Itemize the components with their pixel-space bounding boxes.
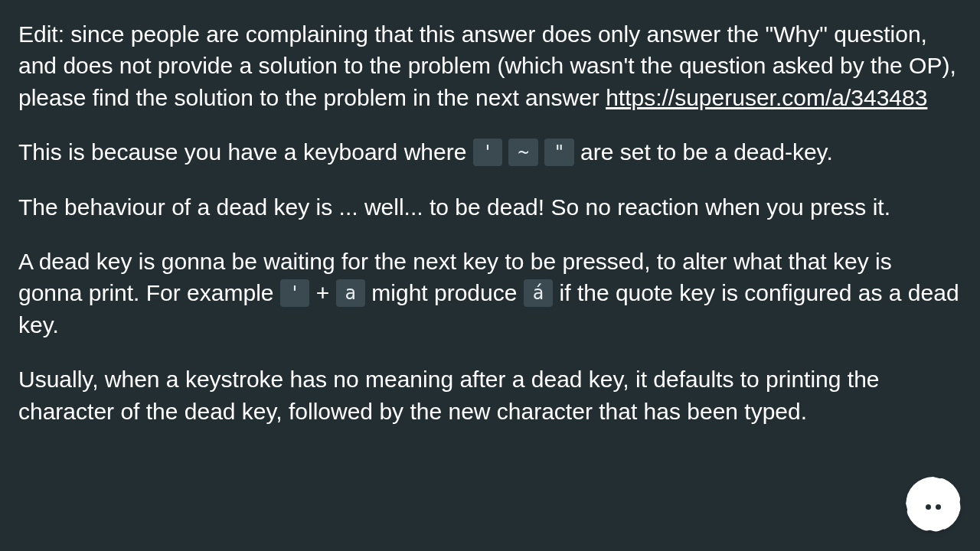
dead-key-behaviour-paragraph: The behaviour of a dead key is ... well.… [18,191,962,223]
kbd-tilde: ~ [508,139,537,166]
kbd-apostrophe: ' [473,139,502,166]
kbd-apostrophe: ' [280,279,309,307]
solution-link[interactable]: https://superuser.com/a/343483 [606,85,927,110]
plus-separator: + [316,280,336,305]
kbd-a-acute: á [524,279,553,307]
kbd-a: a [336,279,365,307]
edit-note-paragraph: Edit: since people are complaining that … [18,18,962,113]
dead-key-default-paragraph: Usually, when a keystroke has no meaning… [18,364,962,427]
answer-body: Edit: since people are complaining that … [0,0,980,427]
chat-widget-button[interactable] [910,481,957,528]
chat-widget-face-icon [926,504,941,510]
dead-key-example-paragraph: A dead key is gonna be waiting for the n… [18,246,962,341]
text: are set to be a dead-key. [580,139,833,165]
dead-key-intro-paragraph: This is because you have a keyboard wher… [18,136,962,168]
text: This is because you have a keyboard wher… [18,139,473,165]
text: might produce [371,280,523,305]
kbd-doublequote: " [544,139,573,166]
